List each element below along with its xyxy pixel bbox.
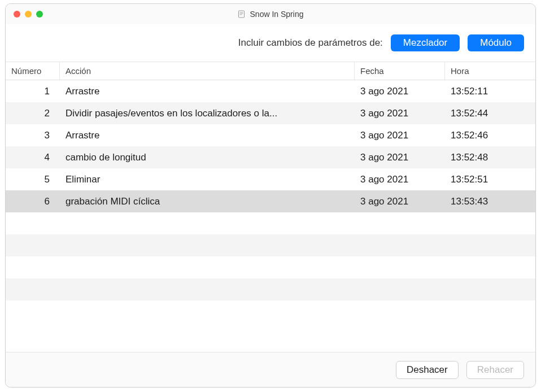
header-date[interactable]: Fecha — [355, 62, 445, 80]
cell-action: cambio de longitud — [60, 146, 355, 168]
cell-date: 3 ago 2021 — [355, 146, 445, 168]
cell-action: Dividir pasajes/eventos en los localizad… — [60, 102, 355, 124]
module-button[interactable]: Módulo — [468, 34, 524, 51]
toolbar: Incluir cambios de parámetros de: Mezcla… — [6, 24, 535, 62]
traffic-lights — [14, 11, 43, 18]
empty-row — [6, 278, 535, 300]
cell-time: 13:52:44 — [445, 102, 535, 124]
svg-rect-0 — [239, 11, 245, 18]
redo-button[interactable]: Rehacer — [466, 361, 524, 379]
titlebar: Snow In Spring — [6, 4, 535, 24]
empty-row — [6, 234, 535, 256]
table-row[interactable]: 3Arrastre3 ago 202113:52:46 — [6, 124, 535, 146]
window-title-area: Snow In Spring — [238, 10, 304, 19]
table-row[interactable]: 6grabación MIDI cíclica3 ago 202113:53:4… — [6, 190, 535, 212]
window-title: Snow In Spring — [250, 10, 304, 19]
cell-action: Eliminar — [60, 168, 355, 190]
cell-number: 3 — [6, 124, 60, 146]
cell-date: 3 ago 2021 — [355, 124, 445, 146]
history-table: Número Acción Fecha Hora 1Arrastre3 ago … — [6, 62, 535, 352]
table-row[interactable]: 2Dividir pasajes/eventos en los localiza… — [6, 102, 535, 124]
cell-action: grabación MIDI cíclica — [60, 190, 355, 212]
mixer-button[interactable]: Mezclador — [391, 34, 460, 51]
empty-row — [6, 212, 535, 234]
maximize-button[interactable] — [36, 11, 43, 18]
table-header: Número Acción Fecha Hora — [6, 62, 535, 80]
minimize-button[interactable] — [25, 11, 32, 18]
cell-time: 13:52:46 — [445, 124, 535, 146]
header-number[interactable]: Número — [6, 62, 60, 80]
table-row[interactable]: 5Eliminar3 ago 202113:52:51 — [6, 168, 535, 190]
undo-button[interactable]: Deshacer — [396, 361, 459, 379]
cell-date: 3 ago 2021 — [355, 80, 445, 102]
cell-number: 5 — [6, 168, 60, 190]
cell-number: 6 — [6, 190, 60, 212]
cell-number: 2 — [6, 102, 60, 124]
footer: Deshacer Rehacer — [6, 352, 535, 387]
document-icon — [238, 10, 246, 18]
table-row[interactable]: 4cambio de longitud3 ago 202113:52:48 — [6, 146, 535, 168]
cell-number: 1 — [6, 80, 60, 102]
table-body: 1Arrastre3 ago 202113:52:112Dividir pasa… — [6, 80, 535, 323]
header-action[interactable]: Acción — [60, 62, 355, 80]
cell-time: 13:53:43 — [445, 190, 535, 212]
include-changes-label: Incluir cambios de parámetros de: — [238, 37, 383, 49]
cell-time: 13:52:51 — [445, 168, 535, 190]
cell-action: Arrastre — [60, 124, 355, 146]
cell-time: 13:52:48 — [445, 146, 535, 168]
cell-action: Arrastre — [60, 80, 355, 102]
toolbar-buttons: Mezclador Módulo — [391, 34, 524, 51]
cell-time: 13:52:11 — [445, 80, 535, 102]
empty-row — [6, 256, 535, 278]
empty-row — [6, 300, 535, 323]
undo-history-window: Snow In Spring Incluir cambios de paráme… — [5, 3, 536, 387]
cell-date: 3 ago 2021 — [355, 168, 445, 190]
table-row[interactable]: 1Arrastre3 ago 202113:52:11 — [6, 80, 535, 102]
close-button[interactable] — [14, 11, 20, 18]
header-time[interactable]: Hora — [445, 62, 535, 80]
cell-date: 3 ago 2021 — [355, 102, 445, 124]
cell-number: 4 — [6, 146, 60, 168]
cell-date: 3 ago 2021 — [355, 190, 445, 212]
